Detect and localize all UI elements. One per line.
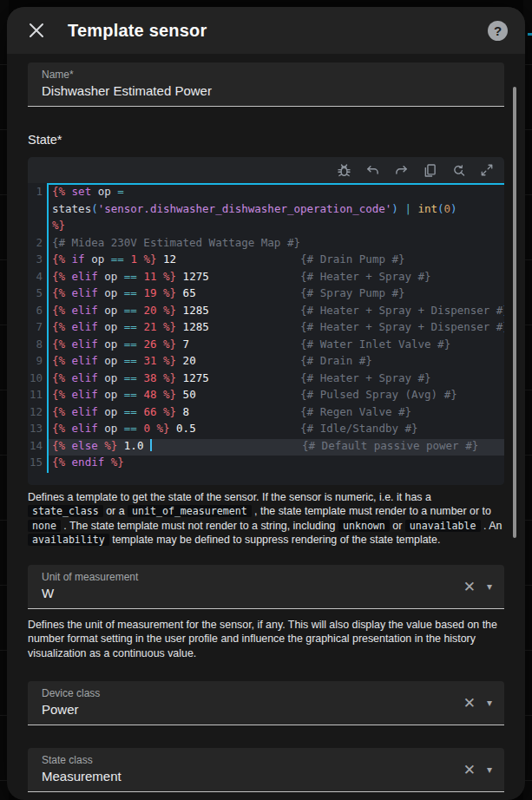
- code-line[interactable]: {% set op =: [49, 185, 504, 202]
- code-line[interactable]: %}: [49, 219, 504, 236]
- template-sensor-dialog: Template sensor ? Name* Dishwasher Estim…: [7, 7, 525, 800]
- editor-toolbar: [28, 157, 504, 183]
- find-replace-icon[interactable]: [448, 160, 469, 180]
- state-help-text: Defines a template to get the state of t…: [28, 490, 504, 548]
- code-lines[interactable]: {% set op =states('sensor.dishwasher_dis…: [47, 183, 504, 473]
- inline-code-chip: unknown: [338, 520, 390, 532]
- unit-help-text: Defines the unit of measurement for the …: [28, 618, 504, 661]
- name-field-value: Dishwasher Estimated Power: [42, 83, 490, 98]
- chevron-down-icon[interactable]: ▾: [487, 764, 492, 775]
- code-line[interactable]: {% elif op == 19 %} 65 {# Spray Pump #}: [49, 286, 504, 304]
- name-field-label: Name*: [42, 69, 490, 81]
- close-icon[interactable]: [24, 18, 49, 43]
- inline-code-chip: state_class: [28, 505, 103, 517]
- inline-code-chip: availability: [28, 534, 109, 546]
- help-icon[interactable]: ?: [488, 21, 508, 41]
- line-number: 15: [28, 456, 47, 473]
- unit-field-label: Unit of measurement: [42, 571, 490, 583]
- code-line[interactable]: {# Midea 230V Estimated Wattage Map #}: [49, 236, 504, 253]
- code-line[interactable]: states('sensor.dishwasher_dishwasher_ope…: [49, 202, 504, 220]
- redo-icon[interactable]: [391, 160, 411, 180]
- unit-field-value: W: [42, 586, 490, 600]
- debug-icon[interactable]: [333, 160, 354, 180]
- line-number: 10: [28, 371, 47, 389]
- state-class-field[interactable]: State class Measurement ✕ ▾: [28, 748, 504, 792]
- code-line[interactable]: {% elif op == 26 %} 7 {# Water Inlet Val…: [49, 338, 504, 355]
- line-number: 5: [28, 286, 47, 304]
- line-number-gutter: 123456789101112131415: [28, 183, 47, 473]
- code-line[interactable]: {% elif op == 11 %} 1275 {# Heater + Spr…: [49, 270, 504, 287]
- state-template-editor: 123456789101112131415 {% set op =states(…: [28, 157, 504, 485]
- undo-icon[interactable]: [362, 160, 383, 180]
- line-number: [28, 202, 47, 220]
- code-editor-content[interactable]: 123456789101112131415 {% set op =states(…: [28, 183, 504, 485]
- name-field[interactable]: Name* Dishwasher Estimated Power: [28, 62, 504, 107]
- background-accent-sliver: [528, 33, 532, 36]
- code-line[interactable]: {% elif op == 66 %} 8 {# Regen Valve #}: [49, 405, 504, 423]
- line-number: 2: [28, 236, 47, 253]
- chevron-down-icon[interactable]: ▾: [487, 581, 492, 592]
- code-line[interactable]: {% elif op == 0 %} 0.5 {# Idle/Standby #…: [49, 422, 504, 439]
- clear-icon[interactable]: ✕: [463, 762, 476, 777]
- device-class-field[interactable]: Device class Power ✕ ▾: [28, 681, 504, 725]
- state-class-value: Measurement: [42, 769, 490, 784]
- device-class-label: Device class: [42, 687, 490, 699]
- line-number: 1: [28, 185, 47, 202]
- line-number: 7: [28, 320, 47, 338]
- state-section-label: State*: [28, 133, 504, 147]
- line-number: 12: [28, 405, 47, 423]
- code-line[interactable]: {% elif op == 20 %} 1285 {# Heater + Spr…: [49, 304, 504, 321]
- line-number: 11: [28, 388, 47, 405]
- inline-code-chip: unavailable: [405, 520, 481, 532]
- device-class-value: Power: [42, 702, 490, 717]
- unit-of-measurement-field[interactable]: Unit of measurement W ✕ ▾: [28, 565, 504, 609]
- dialog-body: Name* Dishwasher Estimated Power State*: [7, 62, 525, 792]
- line-number: [28, 219, 47, 236]
- line-number: 3: [28, 252, 47, 270]
- code-line[interactable]: {% if op == 1 %} 12 {# Drain Pump #}: [49, 252, 504, 270]
- clear-icon[interactable]: ✕: [463, 695, 476, 710]
- line-number: 9: [28, 354, 47, 371]
- code-line[interactable]: {% elif op == 48 %} 50 {# Pulsed Spray (…: [49, 388, 504, 405]
- code-line[interactable]: {% endif %}: [49, 456, 504, 473]
- chevron-down-icon[interactable]: ▾: [487, 698, 492, 708]
- dialog-title: Template sensor: [68, 21, 488, 41]
- state-class-label: State class: [42, 754, 490, 766]
- inline-code-chip: unit_of_measurement: [128, 505, 252, 517]
- line-number: 4: [28, 270, 47, 287]
- code-line[interactable]: {% else %} 1.0 {# Default passive power …: [49, 439, 504, 456]
- code-line[interactable]: {% elif op == 31 %} 20 {# Drain #}: [49, 354, 504, 371]
- clear-icon[interactable]: ✕: [463, 579, 476, 593]
- inline-code-chip: none: [28, 520, 61, 532]
- dialog-scrollbar[interactable]: [513, 87, 516, 538]
- dialog-header: Template sensor ?: [7, 7, 525, 54]
- fullscreen-icon[interactable]: [476, 160, 497, 180]
- line-number: 14: [28, 439, 47, 456]
- line-number: 8: [28, 338, 47, 355]
- line-number: 13: [28, 422, 47, 439]
- code-line[interactable]: {% elif op == 21 %} 1285 {# Heater + Spr…: [49, 320, 504, 338]
- help-glyph: ?: [494, 23, 502, 38]
- code-line[interactable]: {% elif op == 38 %} 1275 {# Heater + Spr…: [49, 371, 504, 389]
- copy-icon[interactable]: [419, 160, 440, 180]
- line-number: 6: [28, 304, 47, 321]
